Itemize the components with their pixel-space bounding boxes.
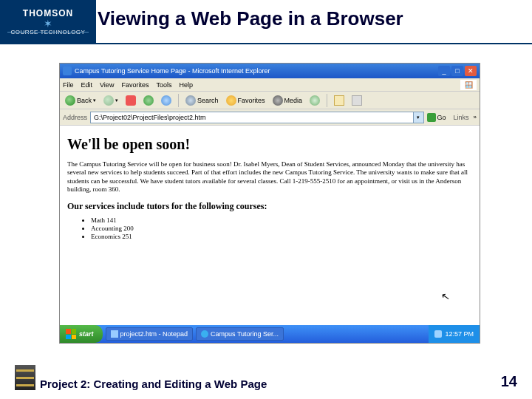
start-button[interactable]: start — [60, 325, 103, 343]
go-icon — [427, 113, 436, 122]
address-value: G:\Project02\ProjectFiles\project2.htm — [94, 114, 206, 121]
window-controls: _ □ ✕ — [438, 66, 477, 76]
throbber-icon: 🪟 — [460, 80, 477, 90]
list-item: Math 141 — [91, 216, 472, 224]
address-label: Address — [63, 114, 87, 121]
links-label[interactable]: Links — [454, 114, 469, 121]
clock: 12:57 PM — [445, 330, 474, 338]
menu-help[interactable]: Help — [179, 81, 193, 89]
media-label: Media — [284, 97, 303, 104]
chevron-down-icon: ▾ — [115, 98, 118, 103]
slide-header: THOMSON ✶ COURSE TECHNOLOGY Viewing a We… — [0, 0, 532, 44]
windows-logo-icon — [66, 329, 76, 339]
favorites-label: Favorites — [238, 97, 265, 104]
address-input[interactable]: G:\Project02\ProjectFiles\project2.htm ▾ — [90, 112, 423, 123]
menu-favorites[interactable]: Favorites — [121, 81, 149, 89]
logo-top-text: THOMSON — [23, 8, 73, 18]
ie-icon — [63, 66, 72, 75]
star-icon — [226, 95, 236, 106]
window-title: Campus Tutoring Service Home Page - Micr… — [75, 67, 438, 75]
taskbar-item-notepad[interactable]: project2.htm - Notepad — [106, 327, 194, 341]
links-chevron-icon[interactable]: » — [474, 114, 477, 120]
start-label: start — [79, 330, 94, 338]
back-icon — [65, 95, 75, 106]
slide-title: Viewing a Web Page in a Browser — [96, 0, 532, 43]
browser-window: Campus Tutoring Service Home Page - Micr… — [59, 63, 480, 344]
back-button[interactable]: Back ▾ — [63, 95, 98, 106]
task-label: Campus Tutoring Ser... — [211, 330, 279, 338]
page-paragraph: The Campus Tutoring Service will be open… — [67, 160, 472, 194]
star-icon: ✶ — [44, 18, 52, 29]
print-icon — [352, 95, 362, 106]
cursor-icon: ↖ — [440, 290, 451, 304]
toolbar-separator — [178, 94, 179, 107]
page-heading: We'll be open soon! — [67, 136, 472, 153]
history-icon — [310, 95, 320, 106]
search-icon — [185, 95, 196, 106]
menubar: File Edit View Favorites Tools Help 🪟 — [60, 78, 480, 92]
forward-button[interactable]: ▾ — [101, 95, 120, 106]
titlebar[interactable]: Campus Tutoring Service Home Page - Micr… — [60, 64, 480, 78]
menu-edit[interactable]: Edit — [81, 81, 93, 89]
forward-icon — [103, 95, 114, 106]
menu-tools[interactable]: Tools — [156, 81, 171, 89]
media-icon — [273, 95, 283, 106]
course-list: Math 141 Accounting 200 Economics 251 — [91, 216, 472, 240]
addressbar: Address G:\Project02\ProjectFiles\projec… — [60, 109, 480, 126]
close-button[interactable]: ✕ — [465, 66, 477, 76]
media-button[interactable]: Media — [270, 95, 305, 106]
home-icon — [161, 95, 171, 106]
refresh-button[interactable] — [141, 95, 156, 106]
menu-view[interactable]: View — [100, 81, 114, 89]
address-dropdown-icon[interactable]: ▾ — [413, 112, 423, 123]
ie-icon — [201, 330, 208, 338]
taskbar: start project2.htm - Notepad Campus Tuto… — [60, 325, 480, 343]
toolbar: Back ▾ ▾ Search Favorites Media — [60, 92, 480, 109]
list-item: Economics 251 — [91, 233, 472, 240]
publisher-logo: THOMSON ✶ COURSE TECHNOLOGY — [0, 0, 96, 43]
toolbar-separator — [327, 94, 327, 107]
series-logo — [15, 365, 35, 390]
slide-number: 14 — [501, 373, 517, 390]
notepad-icon — [111, 330, 118, 338]
system-tray[interactable]: 12:57 PM — [429, 325, 480, 343]
go-label: Go — [437, 114, 446, 121]
maximize-button[interactable]: □ — [451, 66, 463, 76]
home-button[interactable] — [159, 95, 174, 106]
menu-file[interactable]: File — [63, 81, 74, 89]
slide-footer: Project 2: Creating and Editing a Web Pa… — [0, 355, 532, 399]
list-item: Accounting 200 — [91, 225, 472, 232]
chevron-down-icon: ▾ — [93, 98, 96, 103]
print-button[interactable] — [349, 95, 364, 106]
mail-icon — [334, 95, 344, 106]
logo-underline — [7, 32, 89, 33]
footer-text: Project 2: Creating and Editing a Web Pa… — [40, 378, 267, 390]
taskbar-item-ie[interactable]: Campus Tutoring Ser... — [196, 327, 284, 341]
search-button[interactable]: Search — [183, 95, 221, 106]
page-viewport[interactable]: We'll be open soon! The Campus Tutoring … — [60, 126, 480, 325]
back-label: Back — [77, 97, 92, 104]
refresh-icon — [143, 95, 154, 106]
minimize-button[interactable]: _ — [438, 66, 450, 76]
go-button[interactable]: Go — [427, 113, 446, 122]
page-subheading: Our services include tutors for the foll… — [67, 201, 472, 212]
favorites-button[interactable]: Favorites — [224, 95, 267, 106]
tray-icon — [434, 330, 442, 338]
mail-button[interactable] — [332, 95, 347, 106]
stop-icon — [126, 95, 136, 106]
stop-button[interactable] — [123, 95, 138, 106]
search-label: Search — [197, 97, 219, 104]
task-label: project2.htm - Notepad — [120, 330, 188, 338]
history-button[interactable] — [307, 95, 322, 106]
